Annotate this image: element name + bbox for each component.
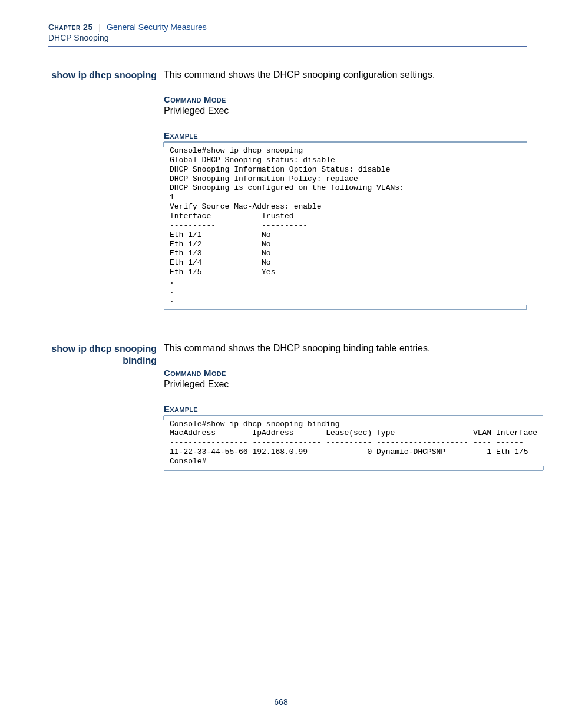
command-mode-heading: Command Mode [164, 94, 527, 104]
example-box: Console#show ip dhcp snooping binding Ma… [164, 415, 543, 471]
section-show-ip-dhcp-snooping-binding: show ip dhcp snooping binding This comma… [48, 343, 527, 471]
command-mode-heading: Command Mode [164, 368, 543, 378]
command-name: show ip dhcp snooping [48, 70, 157, 82]
command-name-column: show ip dhcp snooping [48, 70, 164, 82]
command-description: This command shows the DHCP snooping bin… [164, 343, 543, 354]
header-subtitle: DHCP Snooping [48, 33, 527, 42]
command-description: This command shows the DHCP snooping con… [164, 70, 527, 80]
command-mode-text: Privileged Exec [164, 106, 527, 116]
example-heading: Example [164, 130, 527, 140]
chapter-title: General Security Measures [107, 22, 207, 32]
console-output: Console#show ip dhcp snooping Global DHC… [170, 146, 521, 305]
command-name-column: show ip dhcp snooping binding [48, 343, 164, 368]
content-area: show ip dhcp snooping This command shows… [48, 70, 527, 504]
command-name: show ip dhcp snooping binding [48, 343, 157, 368]
command-mode-text: Privileged Exec [164, 379, 543, 390]
example-heading: Example [164, 404, 543, 414]
box-corner-tl-icon [163, 416, 168, 420]
example-box: Console#show ip dhcp snooping Global DHC… [164, 141, 527, 310]
command-body: This command shows the DHCP snooping con… [164, 70, 527, 310]
header-rule [48, 46, 527, 47]
chapter-label: Chapter 25 [48, 22, 93, 32]
section-show-ip-dhcp-snooping: show ip dhcp snooping This command shows… [48, 70, 527, 310]
box-corner-tl-icon [163, 142, 168, 147]
page-header: Chapter 25 | General Security Measures D… [48, 22, 527, 51]
command-body: This command shows the DHCP snooping bin… [164, 343, 543, 471]
header-separator: | [95, 22, 105, 32]
box-corner-br-icon [539, 466, 544, 470]
page-number: – 668 – [0, 697, 562, 707]
page: Chapter 25 | General Security Measures D… [0, 0, 562, 728]
box-corner-br-icon [523, 305, 527, 309]
header-line-1: Chapter 25 | General Security Measures [48, 22, 527, 32]
console-output: Console#show ip dhcp snooping binding Ma… [170, 420, 537, 466]
